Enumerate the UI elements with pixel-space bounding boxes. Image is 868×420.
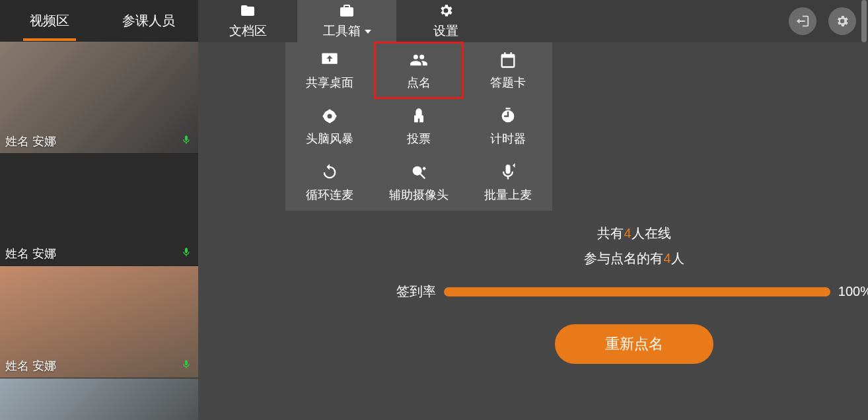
app-root: 视频区 参课人员 姓名 安娜 姓名 安娜 姓名 安娜 <box>0 0 868 420</box>
scrollbar-thumb[interactable] <box>861 0 867 42</box>
sidebar-tab-label: 参课人员 <box>122 12 175 30</box>
topbar-documents-button[interactable]: 文档区 <box>198 0 297 42</box>
sidebar-tabs: 视频区 参课人员 <box>0 0 198 41</box>
video-name-label: 姓名 安娜 <box>5 246 56 262</box>
tool-label: 头脑风暴 <box>306 131 353 147</box>
exit-icon <box>795 14 810 28</box>
rollcall-restart-button[interactable]: 重新点名 <box>555 324 713 364</box>
chevron-down-icon <box>365 30 371 34</box>
gear-icon <box>438 3 454 18</box>
mic-on-icon <box>181 133 192 147</box>
rollcall-line-participated: 参与点名的有4人 <box>396 246 868 271</box>
topbar-button-label: 工具箱 <box>323 22 371 40</box>
sidebar-tab-label: 视频区 <box>30 12 69 30</box>
topbar-button-label: 设置 <box>433 22 458 40</box>
tool-vote[interactable]: 投票 <box>375 98 464 155</box>
video-item[interactable]: 姓名 安娜 <box>0 265 198 378</box>
main-content: 共享桌面 点名 答题卡 头脑风暴 <box>198 42 868 420</box>
tool-label: 批量上麦 <box>484 187 532 203</box>
svg-point-3 <box>334 114 337 118</box>
toolbox-dropdown: 共享桌面 点名 答题卡 头脑风暴 <box>285 42 552 211</box>
folder-icon <box>240 3 256 18</box>
topbar: 文档区 工具箱 设置 <box>198 0 868 42</box>
share-screen-icon <box>320 51 339 69</box>
tool-label: 共享桌面 <box>306 75 353 90</box>
tool-label: 循环连麦 <box>306 187 353 203</box>
video-list: 姓名 安娜 姓名 安娜 姓名 安娜 姓名 安娜 <box>0 41 198 420</box>
tool-rotate-mic[interactable]: 循环连麦 <box>285 155 375 211</box>
svg-point-5 <box>323 114 326 118</box>
svg-point-4 <box>328 120 332 123</box>
gear-icon <box>835 14 850 28</box>
sidebar: 视频区 参课人员 姓名 安娜 姓名 安娜 姓名 安娜 <box>0 0 198 420</box>
video-name-label: 姓名 安娜 <box>5 358 56 374</box>
brainstorm-icon <box>320 107 339 125</box>
timer-icon <box>499 107 517 125</box>
tool-label: 答题卡 <box>490 75 526 90</box>
svg-point-2 <box>328 109 332 112</box>
tool-label: 计时器 <box>490 131 526 147</box>
tool-label: 投票 <box>407 131 431 147</box>
rollcall-line-online: 共有4人在线 <box>396 221 868 246</box>
aux-camera-icon <box>410 163 428 182</box>
svg-point-1 <box>328 114 332 118</box>
toolbox-icon <box>339 3 355 18</box>
rotate-mic-icon <box>320 163 339 182</box>
rollcall-summary: 共有4人在线 参与点名的有4人 <box>396 221 868 271</box>
tool-brainstorm[interactable]: 头脑风暴 <box>285 98 375 155</box>
tool-aux-camera[interactable]: 辅助摄像头 <box>375 155 464 211</box>
topbar-settings-button[interactable]: 设置 <box>396 0 495 42</box>
tool-bulk-mic[interactable]: 批量上麦 <box>463 155 552 211</box>
tool-timer[interactable]: 计时器 <box>463 98 552 155</box>
tool-answer-sheet[interactable]: 答题卡 <box>463 42 552 98</box>
exit-button[interactable] <box>789 7 816 35</box>
vote-icon <box>410 107 428 125</box>
tool-label: 点名 <box>407 75 431 90</box>
main-area: 文档区 工具箱 设置 <box>198 0 868 420</box>
video-name-label: 姓名 安娜 <box>5 133 56 149</box>
answer-sheet-icon <box>499 51 517 69</box>
tool-rollcall[interactable]: 点名 <box>375 42 464 98</box>
topbar-toolbox-button[interactable]: 工具箱 <box>297 0 396 42</box>
sidebar-tab-video[interactable]: 视频区 <box>0 0 99 41</box>
rollcall-progress-fill <box>444 287 830 297</box>
topbar-left: 文档区 工具箱 设置 <box>198 0 495 42</box>
rollcall-progress-row: 签到率 100% <box>396 283 868 300</box>
video-item[interactable]: 姓名 安娜 <box>0 378 198 420</box>
topbar-right <box>789 7 856 35</box>
rollcall-rate-value: 100% <box>838 284 868 299</box>
sidebar-tab-attendees[interactable]: 参课人员 <box>99 0 198 41</box>
rollcall-rate-label: 签到率 <box>396 283 436 300</box>
people-icon <box>410 51 428 69</box>
settings-circle-button[interactable] <box>828 7 856 35</box>
tool-share-screen[interactable]: 共享桌面 <box>285 42 375 98</box>
tool-label: 辅助摄像头 <box>389 187 449 203</box>
bulk-mic-icon <box>499 163 517 182</box>
rollcall-panel: 共有4人在线 参与点名的有4人 签到率 100% 重新点名 <box>396 221 868 364</box>
toolbox-grid: 共享桌面 点名 答题卡 头脑风暴 <box>285 42 552 211</box>
mic-on-icon <box>181 358 192 371</box>
rollcall-progress-bar <box>444 287 830 297</box>
video-item[interactable]: 姓名 安娜 <box>0 41 198 153</box>
topbar-button-label: 文档区 <box>229 22 267 40</box>
mic-on-icon <box>181 246 192 259</box>
video-item[interactable]: 姓名 安娜 <box>0 153 198 265</box>
